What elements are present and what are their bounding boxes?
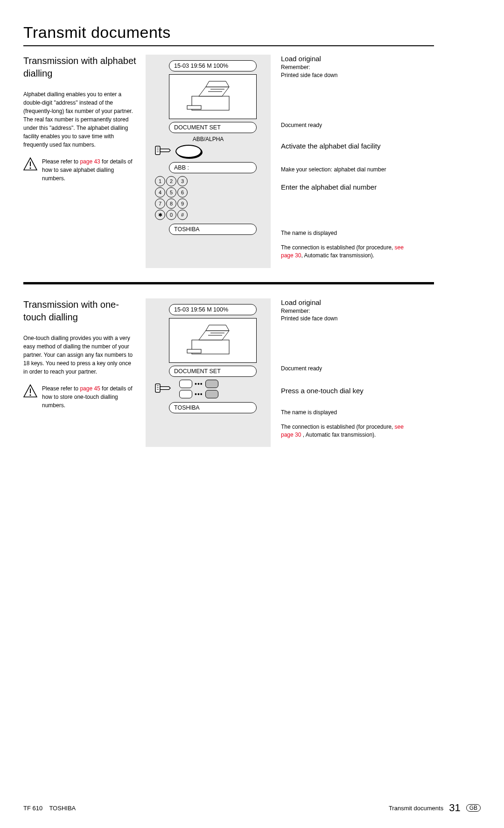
r-name-displayed: The name is displayed: [281, 229, 415, 237]
r-make-selection: Make your selection: alphabet dial numbe…: [281, 166, 415, 174]
section2-note: Please refer to page 45 for details of h…: [42, 384, 136, 410]
section-onetouch-dialling: Transmission with one-touch dialling One…: [23, 298, 434, 447]
key-8[interactable]: 8: [166, 198, 176, 209]
onetouch-keys: ••• •••: [179, 380, 218, 398]
key-2[interactable]: 2: [166, 176, 176, 186]
title-rule: [23, 45, 434, 46]
numeric-keypad: 1 2 3 4 5 6 7 8 9 ✱ 0 #: [155, 176, 266, 220]
r-doc-ready: Document ready: [281, 121, 415, 129]
section1-body: Alphabet dialling enables you to enter a…: [23, 90, 136, 149]
key-6[interactable]: 6: [177, 187, 188, 198]
r7-post: , Automatic fax transmission).: [301, 252, 374, 259]
r-load-original: Load original: [281, 55, 415, 63]
lcd-display-docset: DOCUMENT SET: [169, 122, 257, 133]
r2-load-original: Load original: [281, 298, 415, 306]
svg-point-15: [29, 394, 31, 396]
section2-body: One-touch dialling provides you with a v…: [23, 334, 136, 376]
onetouch-key[interactable]: [205, 390, 218, 398]
page-43-link[interactable]: page 43: [80, 158, 100, 165]
note2-pre: Please refer to: [42, 385, 80, 392]
r-remember: Remember:: [281, 64, 415, 71]
r2-doc-ready: Document ready: [281, 365, 415, 373]
key-hash[interactable]: #: [177, 210, 188, 220]
dots-icon: •••: [195, 382, 203, 386]
section-divider: [23, 282, 434, 284]
lcd-display-name-2: TOSHIBA: [169, 402, 257, 413]
pointing-hand-icon: [155, 382, 171, 396]
svg-rect-9: [155, 146, 160, 155]
r2-press-onetouch: Press a one-touch dial key: [281, 387, 415, 395]
r2-connection-established: The connection is established (for proce…: [281, 423, 415, 439]
onetouch-key[interactable]: [205, 380, 218, 388]
lcd-display-time: 15-03 19:56 M 100%: [169, 60, 257, 71]
r2-5-post: , Automatic fax transmission).: [301, 432, 376, 438]
r2-name-displayed: The name is displayed: [281, 409, 415, 417]
section1-heading: Transmission with alphabet dialling: [23, 55, 136, 80]
key-9[interactable]: 9: [177, 198, 188, 209]
r7-pre: The connection is established (for proce…: [281, 244, 394, 251]
lcd-display-time-2: 15-03 19:56 M 100%: [169, 304, 257, 315]
pointing-hand-icon: [155, 144, 171, 158]
onetouch-key[interactable]: [179, 390, 192, 398]
key-5[interactable]: 5: [166, 187, 176, 198]
svg-rect-22: [155, 384, 160, 392]
note-pre: Please refer to: [42, 158, 80, 165]
svg-point-2: [29, 167, 31, 169]
svg-marker-5: [206, 81, 229, 87]
r2-remember: Remember:: [281, 307, 415, 315]
r2-5-pre: The connection is established (for proce…: [281, 424, 394, 430]
section1-note: Please refer to page 43 for details of h…: [42, 157, 136, 183]
abb-alpha-label: ABB/ALPHA: [150, 136, 266, 142]
fax-machine-illustration-2: [169, 318, 257, 363]
lcd-display-name: TOSHIBA: [169, 224, 257, 235]
key-1[interactable]: 1: [155, 176, 165, 186]
key-3[interactable]: 3: [177, 176, 188, 186]
r-activate-alpha: Activate the alphabet dial facility: [281, 142, 415, 150]
dots-icon: •••: [195, 392, 203, 396]
lcd-display-docset-2: DOCUMENT SET: [169, 366, 257, 377]
onetouch-key[interactable]: [179, 380, 192, 388]
svg-marker-18: [206, 325, 229, 331]
key-0[interactable]: 0: [166, 210, 176, 220]
page-title: Transmit documents: [23, 23, 434, 42]
warning-icon: [23, 384, 37, 397]
fax-machine-illustration: [169, 74, 257, 119]
lcd-display-abb: ABB :: [169, 162, 257, 173]
r-connection-established: The connection is established (for proce…: [281, 244, 415, 260]
page-45-link[interactable]: page 45: [80, 385, 100, 392]
key-7[interactable]: 7: [155, 198, 165, 209]
svg-rect-19: [187, 349, 201, 353]
r2-printed-side: Printed side face down: [281, 315, 415, 323]
svg-rect-6: [187, 106, 201, 109]
abb-alpha-button[interactable]: [175, 145, 202, 158]
key-4[interactable]: 4: [155, 187, 165, 198]
key-star[interactable]: ✱: [155, 210, 165, 220]
section-alphabet-dialling: Transmission with alphabet dialling Alph…: [23, 55, 434, 268]
r-enter-alpha: Enter the alphabet dial number: [281, 183, 415, 191]
section2-heading: Transmission with one-touch dialling: [23, 298, 136, 324]
warning-icon: [23, 157, 37, 170]
r-printed-side: Printed side face down: [281, 71, 415, 79]
